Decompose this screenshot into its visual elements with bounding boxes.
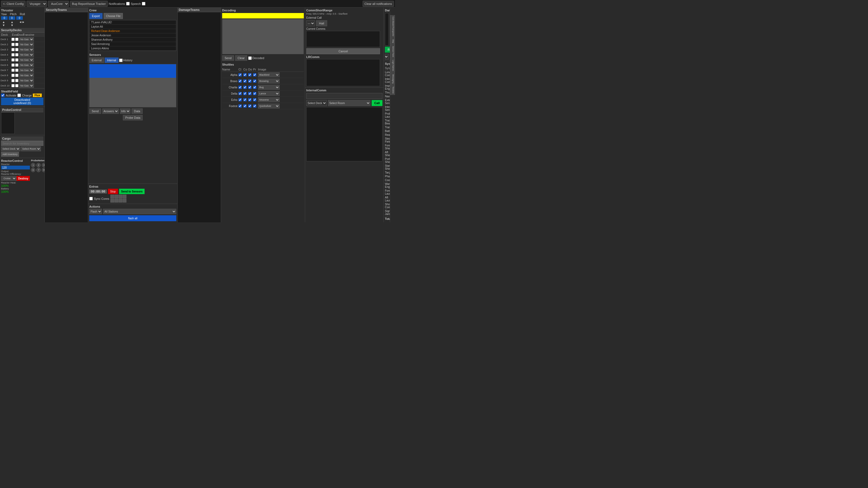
sensors-send-button[interactable]: Send	[89, 108, 101, 114]
actions-type-select[interactable]: Flash	[89, 209, 102, 214]
shuttle-co-foxtrot[interactable]	[243, 104, 247, 108]
tab-login-names[interactable]: Login Names	[390, 59, 395, 72]
deck-gas-7[interactable]: No Gas	[19, 68, 34, 72]
shuttle-image-delta[interactable]: Lance	[258, 91, 280, 96]
roll-arrow-up[interactable]: ◄►	[19, 20, 25, 27]
crew-item-5[interactable]: Saul Armstrong	[90, 42, 176, 46]
crew-item-1[interactable]: Layton Ali	[90, 25, 176, 29]
deck-evac-3[interactable]	[11, 48, 14, 51]
shuttle-co-echo[interactable]	[243, 98, 247, 101]
history-checkbox[interactable]	[119, 59, 123, 62]
shuttle-pr-foxtrot[interactable]	[253, 104, 256, 108]
export-button[interactable]: Export	[89, 13, 102, 19]
shuttle-pr-bravo[interactable]	[253, 79, 256, 83]
deck-door-10[interactable]	[15, 84, 19, 87]
deck-door-7[interactable]	[15, 69, 19, 72]
cargo-deck-select[interactable]: Select Deck	[1, 147, 20, 151]
actions-station-select[interactable]: All Stations	[103, 209, 176, 214]
deck-evac-6[interactable]	[11, 63, 14, 67]
flash-all-button[interactable]: flash all	[89, 215, 176, 221]
notifications-checkbox[interactable]	[126, 2, 130, 5]
internal-comm-input[interactable]	[306, 93, 382, 99]
clear-notifications-button[interactable]: Clear all notifications	[363, 1, 394, 7]
deck-evac-2[interactable]	[11, 43, 14, 46]
extra-damage-select[interactable]: Extra Damage	[385, 54, 389, 60]
add-inventory-button[interactable]: Add Inventory	[1, 152, 19, 157]
tab-timeline[interactable]: Timeline	[390, 85, 395, 95]
tab-external[interactable]: External	[89, 58, 104, 63]
tab-core-beam[interactable]: Core Beam/Transporter	[390, 15, 395, 38]
sensors-info-select[interactable]: Info	[120, 108, 130, 114]
shuttle-pr-echo[interactable]	[253, 98, 256, 101]
deck-gas-3[interactable]: No Gas	[19, 47, 34, 52]
deck-door-4[interactable]	[15, 53, 19, 56]
shuttle-do-bravo[interactable]	[248, 79, 251, 83]
core-select[interactable]: AuxCore	[48, 1, 69, 7]
decoding-clear-button[interactable]: Clear	[235, 55, 247, 61]
shuttle-image-bravo[interactable]: Boxwing	[258, 78, 280, 84]
shuttle-co-bravo[interactable]	[243, 79, 247, 83]
deck-evac-1[interactable]	[11, 38, 14, 41]
internal-comm-deck-select[interactable]: Select Deck	[306, 100, 327, 106]
shuttle-do-echo[interactable]	[248, 98, 251, 101]
decoded-checkbox[interactable]	[248, 56, 252, 60]
deck-door-5[interactable]	[15, 58, 19, 62]
reactor-mode-select[interactable]: Cruise	[1, 176, 17, 181]
shuttle-cl-bravo[interactable]	[239, 79, 242, 83]
comm-cancel-button[interactable]: Cancel	[306, 48, 380, 54]
deck-gas-2[interactable]: No Gas	[19, 42, 34, 46]
deck-door-1[interactable]	[15, 38, 19, 41]
deck-door-2[interactable]	[15, 43, 19, 46]
bug-report-button[interactable]: Bug Report/Issue Tracker	[70, 1, 108, 7]
deck-gas-10[interactable]: No Gas	[19, 84, 34, 88]
decoding-send-button[interactable]: Send	[222, 55, 234, 61]
deck-gas-5[interactable]: No Gas	[19, 58, 34, 62]
stealth-flux-button[interactable]: Flux	[33, 94, 42, 97]
reactor-destroy-button[interactable]: Destroy	[17, 176, 30, 181]
shuttle-image-foxtrot[interactable]: Quicksilver	[258, 104, 280, 108]
crew-item-4[interactable]: Shannon Anthony	[90, 38, 176, 42]
deck-door-8[interactable]	[15, 74, 19, 77]
deck-gas-8[interactable]: No Gas	[19, 73, 34, 77]
choose-file-button[interactable]: Choose File	[104, 13, 123, 19]
stealth-activate-checkbox[interactable]	[1, 94, 5, 97]
yaw-arrow-up[interactable]: ▲▼	[2, 20, 5, 27]
deck-evac-10[interactable]	[11, 84, 14, 87]
cargo-search-input[interactable]	[1, 141, 43, 146]
shuttle-do-alpha[interactable]	[248, 73, 251, 76]
shuttle-cl-echo[interactable]	[239, 98, 242, 101]
sync-cores-checkbox[interactable]	[89, 197, 93, 200]
deck-gas-9[interactable]: No Gas	[19, 78, 34, 83]
probe-data-button[interactable]: Probe Data	[123, 115, 143, 120]
internal-comm-call-button[interactable]: Call	[372, 100, 382, 106]
deck-evac-5[interactable]	[11, 58, 14, 62]
send-to-sensors-button[interactable]: Send to Sensors	[119, 189, 145, 194]
shuttle-image-charlie[interactable]: Bug	[258, 85, 280, 90]
shuttle-co-delta[interactable]	[243, 92, 247, 95]
tab-ship[interactable]: Ship	[390, 38, 395, 44]
tab-internal[interactable]: Internal	[105, 58, 119, 63]
cargo-room-select[interactable]: Select Room	[21, 147, 41, 151]
crew-item-2[interactable]: Richard Dean Anderson	[90, 29, 176, 33]
deck-door-6[interactable]	[15, 63, 19, 67]
shuttle-co-charlie[interactable]	[243, 86, 247, 89]
pitch-arrow-up[interactable]: ▲▼	[10, 20, 13, 27]
repair-button[interactable]: Repair	[385, 46, 390, 53]
hail-button[interactable]: Hail	[316, 20, 327, 26]
crew-item-3[interactable]: Jessie Anderson	[90, 33, 176, 38]
deck-door-3[interactable]	[15, 48, 19, 51]
shuttle-cl-alpha[interactable]	[239, 73, 242, 76]
shuttle-pr-charlie[interactable]	[253, 86, 256, 89]
shuttle-do-foxtrot[interactable]	[248, 104, 251, 108]
shuttle-image-alpha[interactable]: Blackbird	[258, 72, 280, 77]
crew-item-6[interactable]: Lorenzo Atkins	[90, 46, 176, 51]
shuttle-co-alpha[interactable]	[243, 73, 247, 76]
shuttle-cl-charlie[interactable]	[239, 86, 242, 89]
shuttle-pr-delta[interactable]	[253, 92, 256, 95]
stealth-charge-checkbox[interactable]	[18, 94, 21, 97]
sensors-data-button[interactable]: Data	[131, 108, 143, 114]
shuttle-do-delta[interactable]	[248, 92, 251, 95]
shuttle-pr-alpha[interactable]	[253, 73, 256, 76]
speech-checkbox[interactable]	[142, 2, 145, 5]
shuttle-cl-foxtrot[interactable]	[239, 104, 242, 108]
